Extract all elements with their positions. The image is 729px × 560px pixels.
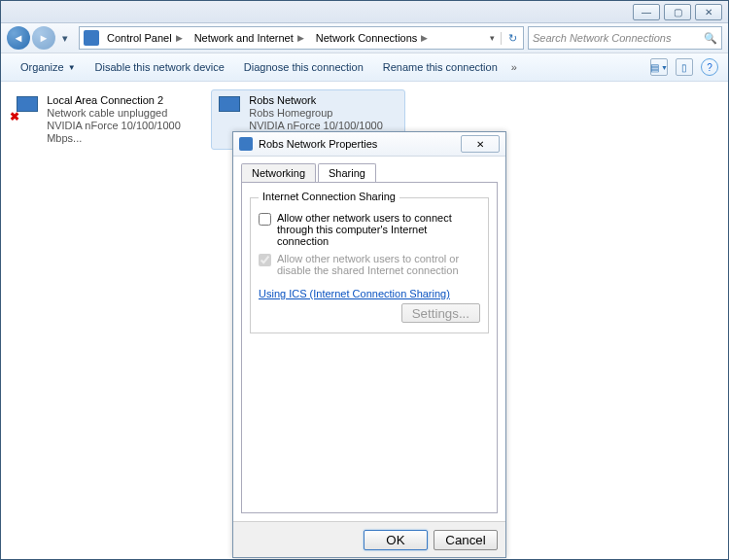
- close-button[interactable]: ✕: [695, 4, 722, 20]
- location-icon: [84, 30, 99, 46]
- connection-status: Robs Homegroup: [249, 107, 400, 120]
- overflow-chevron[interactable]: »: [507, 61, 521, 73]
- breadcrumb[interactable]: Network Connections▶: [312, 27, 436, 49]
- refresh-button[interactable]: ↻: [501, 32, 523, 45]
- help-button[interactable]: ?: [701, 58, 718, 76]
- preview-pane-button[interactable]: ▯: [676, 58, 693, 76]
- group-title: Internet Connection Sharing: [259, 191, 399, 202]
- connection-status: Network cable unplugged: [47, 107, 198, 120]
- dialog-close-button[interactable]: ✕: [461, 135, 500, 153]
- dialog-icon: [239, 137, 253, 151]
- rename-button[interactable]: Rename this connection: [373, 61, 507, 73]
- explorer-window: — ▢ ✕ ◄ ► ▾ Control Panel▶ Network and I…: [0, 0, 729, 560]
- allow-connect-label: Allow other network users to connect thr…: [277, 212, 480, 247]
- search-input[interactable]: Search Network Connections 🔍: [528, 26, 722, 50]
- back-button[interactable]: ◄: [7, 26, 30, 50]
- search-placeholder: Search Network Connections: [533, 32, 671, 44]
- history-dropdown[interactable]: ▾: [57, 26, 73, 50]
- connection-name: Local Area Connection 2: [47, 94, 198, 107]
- address-bar[interactable]: Control Panel▶ Network and Internet▶ Net…: [79, 26, 524, 50]
- ics-help-link[interactable]: Using ICS (Internet Connection Sharing): [259, 288, 450, 299]
- connection-adapter: NVIDIA nForce 10/100/1000 Mbps...: [47, 120, 198, 145]
- connection-item[interactable]: ✖ Local Area Connection 2 Network cable …: [9, 89, 203, 150]
- dialog-button-row: OK Cancel: [233, 521, 505, 557]
- nav-bar: ◄ ► ▾ Control Panel▶ Network and Interne…: [1, 23, 728, 53]
- view-options-button[interactable]: ▤▼: [650, 58, 668, 76]
- cancel-button[interactable]: Cancel: [434, 530, 498, 550]
- search-icon: 🔍: [704, 32, 717, 45]
- minimize-button[interactable]: —: [633, 4, 660, 20]
- organize-menu[interactable]: Organize▼: [11, 61, 86, 73]
- tab-sharing[interactable]: Sharing: [318, 163, 376, 182]
- diagnose-button[interactable]: Diagnose this connection: [234, 61, 373, 73]
- error-overlay-icon: ✖: [10, 110, 19, 123]
- ok-button[interactable]: OK: [364, 530, 428, 550]
- forward-button[interactable]: ►: [32, 26, 55, 50]
- maximize-button[interactable]: ▢: [664, 4, 691, 20]
- dialog-title: Robs Network Properties: [259, 138, 377, 150]
- allow-control-label: Allow other network users to control or …: [277, 253, 480, 276]
- sharing-tab-page: Internet Connection Sharing Allow other …: [241, 182, 498, 513]
- dialog-titlebar: Robs Network Properties ✕: [233, 132, 505, 157]
- tab-strip: Networking Sharing: [241, 163, 498, 183]
- allow-connect-input[interactable]: [259, 213, 271, 226]
- ics-group: Internet Connection Sharing Allow other …: [250, 197, 489, 333]
- network-adapter-icon: ✖: [14, 94, 41, 122]
- tab-networking[interactable]: Networking: [241, 163, 316, 182]
- allow-control-input: [259, 254, 271, 266]
- allow-control-checkbox: Allow other network users to control or …: [259, 253, 480, 276]
- network-adapter-icon: [216, 94, 243, 122]
- settings-button: Settings...: [401, 303, 480, 323]
- breadcrumb[interactable]: Network and Internet▶: [191, 27, 312, 49]
- allow-connect-checkbox[interactable]: Allow other network users to connect thr…: [259, 212, 480, 247]
- connection-name: Robs Network: [249, 94, 400, 107]
- command-bar: Organize▼ Disable this network device Di…: [1, 53, 728, 82]
- properties-dialog: Robs Network Properties ✕ Networking Sha…: [232, 131, 506, 558]
- breadcrumb[interactable]: Control Panel▶: [103, 27, 191, 49]
- titlebar: — ▢ ✕: [1, 1, 728, 23]
- disable-device-button[interactable]: Disable this network device: [86, 61, 234, 73]
